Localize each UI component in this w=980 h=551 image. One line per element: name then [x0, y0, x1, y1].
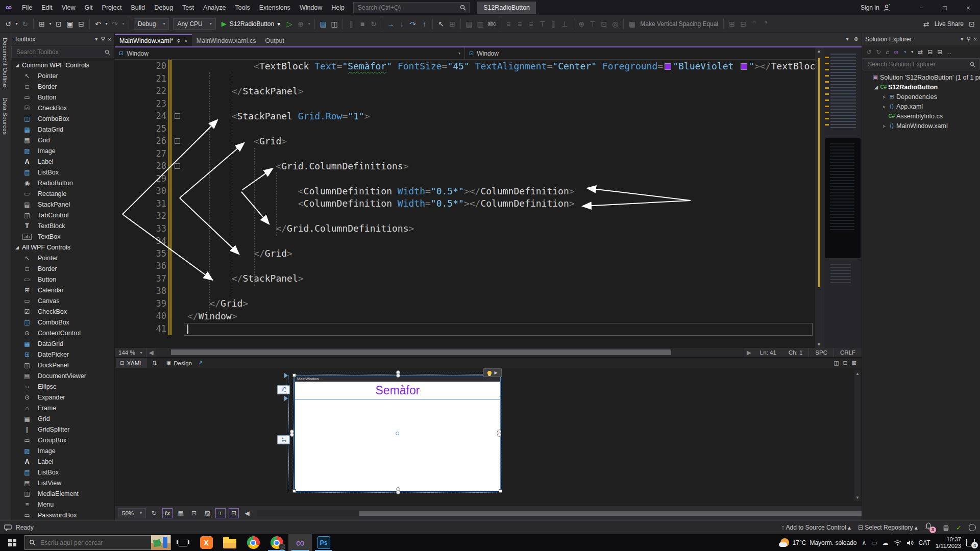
expand-pane-icon[interactable]: ⊠	[852, 360, 856, 366]
code-line[interactable]: 23	[115, 97, 815, 110]
toolbox-item-calendar[interactable]: ⊞Calendar	[11, 285, 114, 295]
xaml-code-editor[interactable]: 20 <TextBlock Text="Semàfor" FontSize="4…	[115, 60, 815, 348]
pin-icon[interactable]: ⚲	[967, 36, 971, 42]
code-line[interactable]: 37 </StackPanel>	[115, 272, 815, 285]
taskbar-app-photoshop[interactable]: Ps	[312, 534, 335, 551]
stop-icon[interactable]: ■	[357, 18, 368, 30]
toolbox-item-radiobutton[interactable]: ◉RadioButton	[11, 178, 114, 188]
align-horizontal-centers-icon[interactable]: ≡	[514, 18, 525, 30]
spell-check-icon[interactable]: abc	[486, 18, 497, 30]
toolbox-item-ellipse[interactable]: ○Ellipse	[11, 381, 114, 392]
nav-dropdown-left[interactable]: ⊡ Window ▾	[115, 47, 465, 59]
toolbox-item-pointer[interactable]: ↖Pointer	[11, 253, 114, 263]
restart-icon[interactable]: ↻	[369, 18, 379, 30]
save-all-icon[interactable]: ⊟	[76, 18, 86, 30]
forward-icon[interactable]: ↻	[876, 48, 881, 56]
hot-reload-icon[interactable]: ⊛	[296, 18, 306, 30]
switch-views-icon[interactable]: ∞	[894, 48, 898, 56]
close-icon[interactable]: ×	[108, 36, 111, 42]
show-annotations-icon[interactable]: ⊡	[229, 508, 239, 518]
notifications-bell-button[interactable]: 3	[925, 522, 936, 533]
back-icon[interactable]: ↺	[866, 48, 871, 56]
scroll-up-icon[interactable]: ▲	[855, 371, 860, 376]
menu-tools[interactable]: Tools	[231, 0, 255, 15]
design-surface[interactable]: 75 1* MainWindow Semàfor	[115, 368, 862, 505]
toolbox-item-button[interactable]: ▭Button	[11, 274, 114, 285]
preview-heading[interactable]: Semàfor	[295, 382, 500, 399]
code-line[interactable]: 30 <ColumnDefinition Width="0.5*"></Colu…	[115, 185, 815, 197]
toolbox-item-listbox[interactable]: ▤ListBox	[11, 467, 114, 478]
menu-analyze[interactable]: Analyze	[199, 0, 230, 15]
solution-configuration-dropdown[interactable]: Debug▾	[134, 18, 169, 30]
toolbox-item-image[interactable]: ▨Image	[11, 445, 114, 456]
scrollbar-map[interactable]	[823, 47, 862, 348]
pending-changes-filter-icon[interactable]: ◔	[903, 48, 906, 56]
collapsed-icon[interactable]: ▹	[881, 123, 887, 129]
taskbar-app-chrome-profile[interactable]	[265, 534, 288, 551]
gear-icon[interactable]: ⊛	[854, 36, 859, 42]
code-line[interactable]: 35 </Grid>	[115, 247, 815, 260]
redo-menu-icon[interactable]: ▾	[121, 18, 126, 30]
select-repository-button[interactable]: ⊟ Select Repository ▴	[858, 524, 918, 531]
quick-search-box[interactable]	[353, 2, 470, 13]
restore-button[interactable]: □	[933, 0, 957, 15]
feedback-icon[interactable]: ▤	[943, 524, 949, 531]
code-line[interactable]: 36	[115, 260, 815, 272]
chevron-down-icon[interactable]: ▾	[911, 49, 913, 54]
menu-window[interactable]: Window	[295, 0, 327, 15]
toolbox-item-gridsplitter[interactable]: ∥GridSplitter	[11, 424, 114, 435]
toolbox-item-datagrid[interactable]: ▦DataGrid	[11, 338, 114, 349]
task-view-button[interactable]	[171, 534, 194, 551]
nav-dropdown-right[interactable]: ⊡ Window	[465, 47, 815, 59]
toolbox-item-image[interactable]: ▨Image	[11, 145, 114, 156]
code-line[interactable]: 24 <StackPanel Grid.Row="1">	[115, 110, 815, 122]
step-over-icon[interactable]: ↷	[408, 18, 418, 30]
start-without-debugging-icon[interactable]: ▷	[284, 18, 295, 30]
toolbox-item-border[interactable]: □Border	[11, 81, 114, 92]
design-zoom-dropdown[interactable]: 50% ▾	[118, 508, 146, 518]
tab-mainwindow-xaml-cs[interactable]: MainWindow.xaml.cs	[192, 35, 261, 46]
tab-data-sources[interactable]: Data Sources	[0, 92, 10, 140]
code-line[interactable]: 22 </StackPanel>	[115, 85, 815, 97]
toolbox-section-common[interactable]: ◢Common WPF Controls	[11, 60, 114, 70]
vertical-split-icon[interactable]: ◫	[834, 360, 839, 366]
fold-collapse-icon[interactable]: −	[175, 113, 180, 119]
chevron-down-icon[interactable]: ▾	[846, 36, 849, 42]
close-button[interactable]: ×	[957, 0, 980, 15]
toolbox-item-combobox[interactable]: ◫ComboBox	[11, 113, 114, 124]
taskbar-search-box[interactable]	[24, 535, 171, 550]
make-vertical-spacing-label[interactable]: Make Vertical Spacing Equal	[638, 20, 720, 28]
toolbox-item-contentcontrol[interactable]: ⊙ContentControl	[11, 328, 114, 338]
pin-icon[interactable]: ⊤	[587, 18, 598, 30]
live-share-icon[interactable]: ⇄	[921, 18, 932, 30]
code-line[interactable]: 29	[115, 172, 815, 185]
pen-icon[interactable]: ▭	[871, 539, 877, 546]
scroll-left-icon[interactable]: ◀	[242, 508, 252, 518]
editor-zoom-dropdown[interactable]: 144 % ▾	[115, 348, 146, 357]
toolbox-item-passwordbox[interactable]: ▭PasswordBox	[11, 510, 114, 520]
toolbox-item-button[interactable]: ▭Button	[11, 92, 114, 103]
comment-icon[interactable]: ”	[749, 18, 760, 30]
tab-output[interactable]: Output	[260, 35, 289, 46]
toolbox-item-frame[interactable]: ⌂Frame	[11, 403, 114, 413]
tree-item-assemblyinfo-cs[interactable]: C#AssemblyInfo.cs	[862, 111, 980, 121]
fit-selection-icon[interactable]: ⊡	[599, 18, 609, 30]
taskbar-clock[interactable]: 10:37 1/11/2023	[936, 536, 961, 549]
code-line[interactable]: 31 <ColumnDefinition Width="0.5*"></Colu…	[115, 197, 815, 210]
toolbox-item-checkbox[interactable]: ☑CheckBox	[11, 306, 114, 317]
toolbox-item-listbox[interactable]: ▤ListBox	[11, 167, 114, 178]
chevron-down-icon[interactable]: ▾	[95, 36, 98, 42]
snap-to-snaplines-icon[interactable]: +	[215, 508, 226, 518]
expanded-icon[interactable]: ◢	[873, 85, 879, 90]
hot-reload-menu-icon[interactable]: ▾	[307, 18, 311, 30]
tree-item-dependencies[interactable]: ▹⊞Dependencies	[862, 92, 980, 102]
menu-help[interactable]: Help	[327, 0, 349, 15]
menu-build[interactable]: Build	[126, 0, 150, 15]
anchor-right-icon[interactable]	[497, 430, 501, 437]
toolbox-search-input[interactable]	[15, 48, 105, 56]
resize-handle-top-left[interactable]	[292, 373, 296, 377]
horizontal-split-icon[interactable]: ⊟	[843, 360, 848, 366]
toolbox-item-grid[interactable]: ▦Grid	[11, 413, 114, 424]
toolbox-item-datepicker[interactable]: ⊞DatePicker	[11, 349, 114, 360]
window-layout-icon[interactable]: ◫	[329, 18, 339, 30]
